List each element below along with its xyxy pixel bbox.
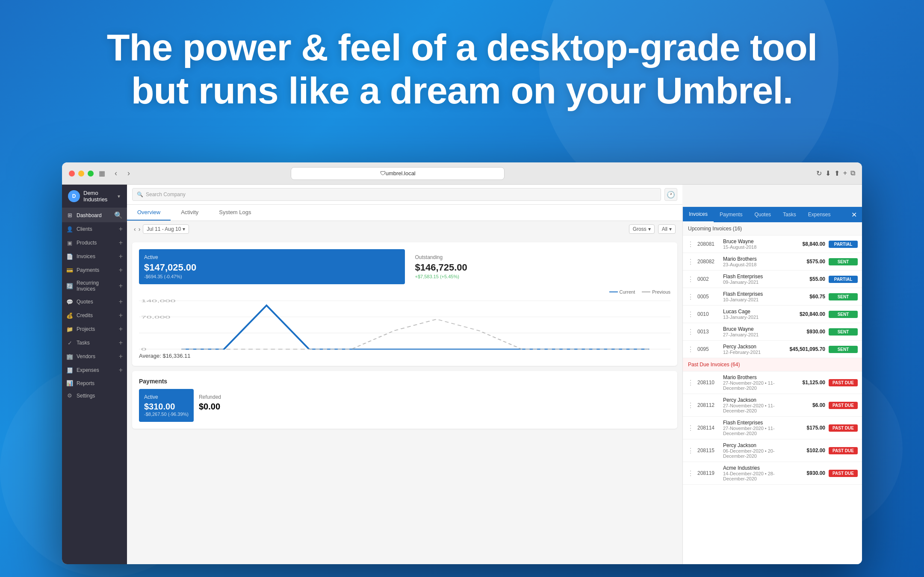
- add-quote-icon[interactable]: +: [119, 298, 123, 306]
- sidebar-item-credits[interactable]: 💰 Credits +: [62, 309, 127, 322]
- content-tabs: Overview Activity System Logs: [127, 205, 682, 221]
- row-menu-icon[interactable]: ⋮: [687, 424, 694, 432]
- invoice-panel-close-button[interactable]: ✕: [846, 207, 862, 222]
- invoice-amount: $175.00: [787, 425, 825, 431]
- sidebar-item-recurring[interactable]: 🔄 Recurring Invoices +: [62, 277, 127, 295]
- svg-text:70,000: 70,000: [141, 315, 170, 319]
- sidebar-item-payments[interactable]: 💳 Payments +: [62, 263, 127, 277]
- svg-text:140,000: 140,000: [141, 298, 176, 303]
- tabs-icon[interactable]: ⧉: [850, 169, 855, 177]
- invoice-client: Bruce Wayne 15-August-2018: [723, 238, 783, 250]
- add-client-icon[interactable]: +: [119, 225, 123, 233]
- invoice-number: 0095: [697, 346, 720, 352]
- add-vendor-icon[interactable]: +: [119, 353, 123, 360]
- add-credit-icon[interactable]: +: [119, 312, 123, 319]
- sidebar-item-clients[interactable]: 👤 Clients +: [62, 222, 127, 236]
- add-recurring-icon[interactable]: +: [119, 282, 123, 290]
- invoice-number: 0005: [697, 294, 720, 300]
- next-date-button[interactable]: ›: [139, 226, 141, 233]
- row-menu-icon[interactable]: ⋮: [687, 258, 694, 266]
- add-expense-icon[interactable]: +: [119, 366, 123, 374]
- gross-filter[interactable]: Gross ▾: [629, 224, 655, 234]
- date-navigation: ‹ › Jul 11 - Aug 10 ▾: [134, 224, 189, 234]
- scroll-area[interactable]: Active $147,025.00 -$694.35 (-0.47%) Out…: [127, 237, 682, 564]
- inv-tab-invoices[interactable]: Invoices: [683, 207, 714, 222]
- company-selector[interactable]: D Demo Industries ▼: [62, 185, 127, 208]
- inv-tab-tasks[interactable]: Tasks: [777, 207, 802, 222]
- reports-icon: 📊: [66, 380, 73, 386]
- invoice-row: ⋮ 0002 Flash Enterprises 09-January-2021…: [683, 271, 862, 288]
- invoice-row: ⋮ 0010 Lucas Cage 13-January-2021 $20,84…: [683, 306, 862, 323]
- inv-tab-payments[interactable]: Payments: [714, 207, 748, 222]
- sidebar-item-products[interactable]: ▣ Products +: [62, 236, 127, 250]
- add-project-icon[interactable]: +: [119, 325, 123, 333]
- sidebar-item-settings[interactable]: ⚙ Settings: [62, 389, 127, 402]
- row-menu-icon[interactable]: ⋮: [687, 345, 694, 353]
- maximize-button[interactable]: [88, 171, 94, 177]
- credits-icon: 💰: [66, 312, 73, 319]
- reload-icon[interactable]: ↻: [816, 169, 822, 177]
- search-submit-button[interactable]: 🕐: [664, 188, 677, 201]
- invoice-number: 208119: [697, 470, 720, 476]
- invoice-amount: $60.75: [787, 294, 825, 300]
- new-tab-icon[interactable]: +: [843, 169, 847, 177]
- add-task-icon[interactable]: +: [119, 339, 123, 347]
- svg-text:0: 0: [141, 347, 146, 351]
- row-menu-icon[interactable]: ⋮: [687, 401, 694, 409]
- sidebar-item-vendors[interactable]: 🏢 Vendors +: [62, 350, 127, 363]
- sidebar-item-quotes[interactable]: 💬 Quotes +: [62, 295, 127, 309]
- add-invoice-icon[interactable]: +: [119, 253, 123, 260]
- add-payment-icon[interactable]: +: [119, 266, 123, 274]
- prev-date-button[interactable]: ‹: [134, 226, 136, 233]
- close-button[interactable]: [69, 171, 75, 177]
- inv-tab-expenses[interactable]: Expenses: [802, 207, 837, 222]
- invoice-list[interactable]: Upcoming Invoices (16) ⋮ 208081 Bruce Wa…: [683, 222, 862, 564]
- tab-overview[interactable]: Overview: [127, 205, 171, 221]
- date-range-selector[interactable]: Jul 11 - Aug 10 ▾: [143, 224, 189, 234]
- sidebar-item-reports[interactable]: 📊 Reports: [62, 377, 127, 389]
- row-menu-icon[interactable]: ⋮: [687, 240, 694, 248]
- left-panel: 🔍 Search Company 🕐 Overview Activity Sys…: [127, 185, 682, 564]
- row-menu-icon[interactable]: ⋮: [687, 447, 694, 455]
- invoice-amount: $6.00: [787, 402, 825, 408]
- back-button[interactable]: ‹: [112, 167, 120, 180]
- url-text: umbrel.local: [386, 170, 416, 177]
- invoice-number: 0002: [697, 276, 720, 282]
- share-icon[interactable]: ⬆: [834, 169, 840, 177]
- upcoming-invoices-title: Upcoming Invoices (16): [683, 222, 862, 236]
- refunded-pay-value: $0.00: [199, 402, 221, 412]
- minimize-button[interactable]: [78, 171, 84, 177]
- download-icon[interactable]: ⬇: [825, 169, 831, 177]
- browser-window: ▦ ‹ › 🛡 umbrel.local ↻ ⬇ ⬆ + ⧉ D Demo In…: [62, 162, 862, 564]
- tab-system-logs[interactable]: System Logs: [209, 205, 261, 221]
- row-menu-icon[interactable]: ⋮: [687, 469, 694, 477]
- current-legend: Current: [609, 289, 635, 294]
- payments-card: Payments Active $310.00 -$8,267.50 (-96.…: [132, 371, 677, 429]
- quotes-icon: 💬: [66, 299, 73, 305]
- tab-activity[interactable]: Activity: [171, 205, 209, 221]
- sidebar-item-dashboard[interactable]: ⊞ Dashboard 🔍: [62, 208, 127, 222]
- address-bar[interactable]: 🛡 umbrel.local: [291, 167, 505, 180]
- row-menu-icon[interactable]: ⋮: [687, 328, 694, 336]
- sidebar-item-tasks[interactable]: ✓ Tasks +: [62, 336, 127, 350]
- company-search-input[interactable]: 🔍 Search Company: [132, 188, 661, 201]
- invoice-row: ⋮ 208114 Flash Enterprises 27-November-2…: [683, 417, 862, 439]
- add-product-icon[interactable]: +: [119, 239, 123, 247]
- sidebar: D Demo Industries ▼ ⊞ Dashboard 🔍 👤 Clie…: [62, 185, 127, 564]
- row-menu-icon[interactable]: ⋮: [687, 275, 694, 283]
- payments-stats: Active $310.00 -$8,267.50 (-96.39%) Refu…: [139, 389, 670, 422]
- row-menu-icon[interactable]: ⋮: [687, 379, 694, 387]
- row-menu-icon[interactable]: ⋮: [687, 310, 694, 318]
- sidebar-item-expenses[interactable]: 🧾 Expenses +: [62, 363, 127, 377]
- sidebar-item-invoices[interactable]: 📄 Invoices +: [62, 250, 127, 263]
- forward-button[interactable]: ›: [125, 167, 133, 180]
- sidebar-label-payments: Payments: [77, 267, 115, 273]
- inv-tab-quotes[interactable]: Quotes: [748, 207, 777, 222]
- invoice-client: Percy Jackson 12-February-2021: [723, 344, 783, 355]
- row-menu-icon[interactable]: ⋮: [687, 293, 694, 301]
- sidebar-item-projects[interactable]: 📁 Projects +: [62, 322, 127, 336]
- sidebar-label-recurring: Recurring Invoices: [77, 280, 115, 292]
- search-icon[interactable]: 🔍: [114, 211, 123, 219]
- all-filter[interactable]: All ▾: [658, 224, 676, 234]
- sidebar-toggle-icon[interactable]: ▦: [99, 169, 105, 177]
